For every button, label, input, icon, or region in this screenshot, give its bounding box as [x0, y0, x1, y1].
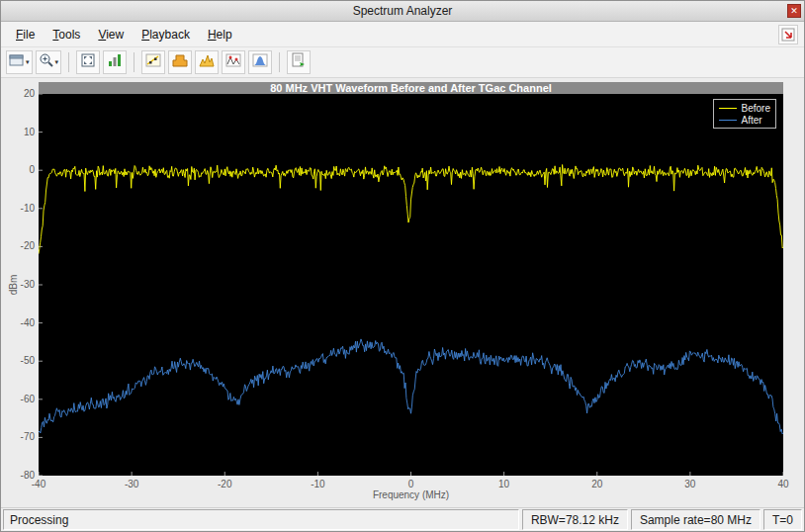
- trace-before: [39, 165, 783, 254]
- y-tick-label: -80: [1, 471, 35, 481]
- x-tick-label: -10: [303, 479, 332, 489]
- y-tick-label: -70: [1, 432, 35, 442]
- statusbar: Processing RBW=78.12 kHz Sample rate=80 …: [1, 507, 804, 531]
- measurements-button[interactable]: [103, 50, 127, 74]
- x-tick-label: 20: [582, 479, 612, 489]
- channel-measurements-icon: [291, 52, 307, 72]
- plot-title: 80 MHz VHT Waveform Before and After TGa…: [39, 82, 783, 94]
- close-button[interactable]: ✕: [787, 4, 801, 18]
- plot-area[interactable]: BeforeAfter: [39, 94, 783, 476]
- y-tick-label: -10: [1, 204, 35, 214]
- status-sample-rate: Sample rate=80 MHz: [631, 509, 760, 530]
- status-time: T=0: [763, 509, 802, 530]
- status-processing: Processing: [3, 509, 519, 530]
- zoom-icon: [39, 52, 54, 72]
- status-rbw: RBW=78.12 kHz: [522, 509, 628, 530]
- legend-line: [719, 120, 737, 121]
- legend-entry-before: Before: [719, 102, 770, 114]
- y-tick-label: -60: [1, 395, 35, 404]
- y-tick-label: 20: [1, 89, 35, 99]
- cursor-measurements-icon: [145, 52, 161, 72]
- y-tick-label: 0: [1, 165, 35, 175]
- zoom-button[interactable]: ▾: [36, 50, 62, 74]
- y-tick-label: -40: [1, 318, 35, 328]
- toolbar-separator: [279, 52, 280, 72]
- peak-finder-button[interactable]: [195, 50, 219, 74]
- x-tick-label: 30: [675, 479, 705, 489]
- menubar: FileToolsViewPlaybackHelp: [1, 22, 804, 47]
- x-tick-label: -20: [210, 479, 239, 489]
- menu-file[interactable]: File: [7, 24, 44, 45]
- window-title: Spectrum Analyzer: [353, 4, 453, 18]
- menu-tools[interactable]: Tools: [44, 24, 89, 45]
- spectrum-analyzer-window: Spectrum Analyzer ✕ FileToolsViewPlaybac…: [0, 0, 805, 532]
- titlebar[interactable]: Spectrum Analyzer ✕: [1, 1, 804, 22]
- menu-help[interactable]: Help: [199, 24, 241, 45]
- toolbar: ▾ ▾: [1, 47, 804, 78]
- legend-entry-after: After: [719, 114, 770, 126]
- spectrum-traces: [39, 94, 783, 476]
- fit-to-view-button[interactable]: [76, 50, 100, 74]
- legend-line: [719, 108, 737, 109]
- measurements-icon: [107, 52, 123, 72]
- x-axis-label: Frequency (MHz): [39, 489, 783, 500]
- spectral-mask-icon: [172, 52, 188, 72]
- legend-label: Before: [742, 103, 770, 114]
- x-tick-label: 10: [490, 479, 519, 489]
- y-tick-label: -50: [1, 356, 35, 366]
- ccdf-measurements-icon: [252, 52, 268, 72]
- y-tick-label: -20: [1, 241, 35, 251]
- menu-view[interactable]: View: [89, 24, 133, 45]
- spectral-mask-button[interactable]: [168, 50, 192, 74]
- chevron-down-icon: ▾: [26, 58, 30, 66]
- x-tick-label: 0: [397, 479, 426, 489]
- export-button[interactable]: ▾: [6, 50, 33, 74]
- y-tick-label: -30: [1, 280, 35, 290]
- toolbar-separator: [68, 52, 69, 72]
- ccdf-measurements-button[interactable]: [248, 50, 272, 74]
- export-icon: [9, 52, 25, 72]
- x-tick-label: 40: [768, 479, 798, 489]
- trace-after: [39, 339, 783, 434]
- dock-button[interactable]: [778, 25, 798, 44]
- toolbar-separator: [134, 52, 134, 72]
- cursor-measurements-button[interactable]: [141, 50, 165, 74]
- peak-finder-icon: [199, 52, 215, 72]
- legend-label: After: [742, 115, 762, 126]
- channel-measurements-button[interactable]: [287, 50, 311, 74]
- legend: BeforeAfter: [713, 99, 776, 129]
- distortion-measurements-icon: [225, 52, 241, 72]
- distortion-measurements-button[interactable]: [222, 50, 245, 74]
- menu-playback[interactable]: Playback: [133, 24, 199, 45]
- y-tick-label: 10: [1, 128, 35, 137]
- chevron-down-icon: ▾: [55, 58, 59, 66]
- fit-to-view-icon: [80, 52, 96, 72]
- x-tick-label: -30: [117, 479, 146, 489]
